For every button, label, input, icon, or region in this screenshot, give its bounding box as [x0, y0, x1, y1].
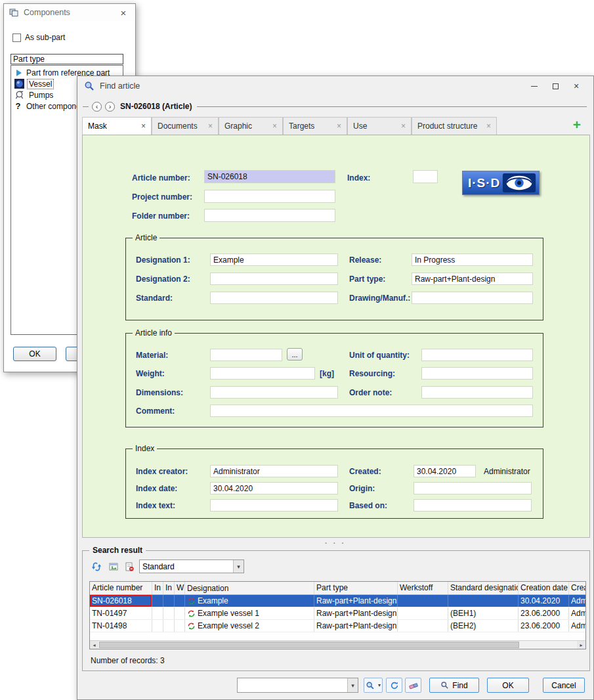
advanced-search-button[interactable]: ▾ — [364, 678, 383, 693]
index-text-field[interactable] — [210, 499, 338, 512]
order-note-field[interactable] — [421, 386, 533, 399]
col-header-standard-designation[interactable]: Standard designation — [448, 582, 519, 594]
cell-in1[interactable] — [152, 595, 163, 607]
index-field[interactable] — [413, 170, 438, 183]
add-tab-icon[interactable]: + — [573, 118, 581, 131]
close-icon[interactable]: × — [117, 7, 130, 18]
cell-creation-date[interactable]: 23.06.2000 — [519, 620, 569, 632]
minimize-button[interactable] — [524, 79, 545, 93]
nav-back-button[interactable]: ‹ — [92, 102, 102, 112]
chevron-down-icon[interactable]: ▾ — [347, 678, 358, 692]
tab-graphic[interactable]: Graphic× — [219, 117, 283, 135]
comment-field[interactable] — [210, 405, 533, 417]
close-tab-icon[interactable]: × — [337, 121, 341, 131]
layout-combo[interactable]: ▾ — [139, 559, 244, 573]
cell-werkstoff[interactable] — [398, 620, 448, 632]
cell-article-number[interactable]: TN-01498 — [90, 620, 152, 632]
find-titlebar[interactable]: Find article × — [77, 76, 593, 96]
cancel-button[interactable]: Cancel — [543, 678, 585, 693]
cell-creator[interactable]: Administrator — [569, 595, 585, 607]
remove-search-button[interactable] — [122, 560, 137, 573]
scrollbar-thumb[interactable] — [99, 642, 519, 648]
cell-article-number-highlighted[interactable]: SN-026018 — [90, 595, 152, 607]
unit-of-quantity-field[interactable] — [421, 349, 533, 361]
folder-number-field[interactable] — [204, 209, 335, 222]
cell-part-type[interactable]: Raw-part+Plant-design — [314, 620, 398, 632]
cell-part-type[interactable]: Raw-part+Plant-design — [314, 607, 398, 619]
created-field[interactable] — [414, 465, 476, 477]
cell-werkstoff[interactable] — [398, 607, 448, 619]
close-tab-icon[interactable]: × — [272, 121, 277, 131]
col-header-creation-date[interactable]: Creation date — [519, 582, 569, 594]
cell-in1[interactable] — [152, 607, 163, 619]
ok-button[interactable]: OK — [13, 347, 56, 361]
layout-combo-input[interactable] — [140, 560, 233, 573]
cell-creator[interactable]: Administrator — [569, 620, 585, 632]
cell-standard-designation[interactable] — [448, 595, 519, 607]
close-tab-icon[interactable]: × — [141, 121, 146, 131]
maximize-button[interactable] — [545, 79, 566, 93]
tab-documents[interactable]: Documents× — [152, 117, 219, 135]
based-on-field[interactable] — [414, 499, 532, 512]
dimensions-field[interactable] — [210, 386, 338, 399]
cell-w[interactable] — [175, 607, 185, 619]
cell-part-type[interactable]: Raw-part+Plant-design — [314, 595, 398, 607]
cell-creation-date[interactable]: 30.04.2020 — [519, 595, 569, 607]
reset-button[interactable] — [386, 678, 402, 693]
index-date-field[interactable] — [210, 482, 338, 494]
resourcing-field[interactable] — [421, 367, 533, 380]
clear-button[interactable] — [405, 678, 421, 693]
col-header-article-number[interactable]: Article number — [90, 582, 152, 594]
quick-search-combo[interactable]: ▾ — [237, 678, 358, 693]
close-tab-icon[interactable]: × — [208, 121, 213, 131]
weight-field[interactable] — [210, 367, 315, 380]
as-sub-part-checkbox[interactable] — [12, 33, 21, 42]
cell-designation[interactable]: Example — [185, 595, 314, 607]
col-header-w[interactable]: W — [175, 582, 185, 594]
tab-use[interactable]: Use× — [347, 117, 412, 135]
cell-in2[interactable] — [163, 607, 175, 619]
col-header-in1[interactable]: In — [152, 582, 163, 594]
cell-article-number[interactable]: TN-01497 — [90, 607, 152, 619]
index-creator-field[interactable] — [210, 465, 338, 477]
material-field[interactable] — [210, 349, 282, 361]
designation2-field[interactable] — [210, 273, 338, 285]
cell-w[interactable] — [175, 595, 185, 607]
material-browse-button[interactable]: ... — [287, 348, 303, 361]
tab-targets[interactable]: Targets× — [283, 117, 347, 135]
cell-standard-designation[interactable]: (BEH2) — [448, 620, 519, 632]
tab-mask[interactable]: Mask× — [82, 117, 152, 135]
col-header-part-type[interactable]: Part type — [314, 582, 398, 594]
cell-in2[interactable] — [163, 620, 175, 632]
horizontal-scrollbar[interactable]: ◂ ▸ — [90, 640, 585, 649]
export-result-button[interactable] — [106, 560, 121, 573]
cell-w[interactable] — [175, 620, 185, 632]
cell-designation[interactable]: Example vessel 2 — [185, 620, 314, 632]
refresh-result-button[interactable] — [89, 560, 104, 573]
close-tab-icon[interactable]: × — [401, 121, 406, 131]
origin-field[interactable] — [414, 482, 532, 494]
cell-in1[interactable] — [152, 620, 163, 632]
tab-product-structure[interactable]: Product structure× — [412, 117, 497, 135]
drawing-manuf-field[interactable] — [412, 292, 533, 304]
project-number-field[interactable] — [204, 190, 335, 203]
article-number-field[interactable] — [204, 170, 335, 183]
scroll-right-icon[interactable]: ▸ — [577, 641, 585, 649]
col-header-in2[interactable]: In — [163, 582, 175, 594]
col-header-werkstoff[interactable]: Werkstoff — [398, 582, 448, 594]
components-titlebar[interactable]: Components × — [4, 4, 135, 21]
cell-creator[interactable]: Administrator — [569, 607, 585, 619]
designation1-field[interactable] — [210, 253, 338, 266]
cell-creation-date[interactable]: 23.06.2000 — [519, 607, 569, 619]
ok-button[interactable]: OK — [487, 678, 529, 693]
splitter-handle[interactable]: · · · — [77, 539, 593, 547]
close-button[interactable]: × — [566, 79, 587, 93]
standard-field[interactable] — [210, 292, 338, 304]
cell-in2[interactable] — [163, 595, 175, 607]
release-field[interactable] — [412, 253, 533, 266]
table-row[interactable]: TN-01498 Example vessel 2 Raw-part+Plant… — [90, 620, 585, 632]
nav-forward-button[interactable]: › — [105, 102, 115, 112]
find-button[interactable]: Find — [429, 678, 479, 693]
chevron-down-icon[interactable]: ▾ — [233, 560, 244, 573]
close-tab-icon[interactable]: × — [486, 121, 491, 131]
